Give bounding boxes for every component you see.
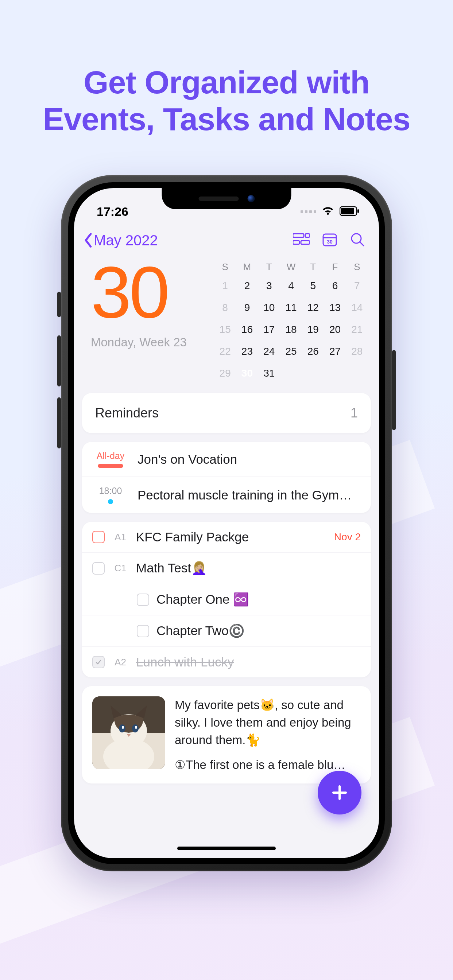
status-time: 17:26	[97, 205, 128, 219]
svg-rect-4	[305, 234, 309, 237]
calendar-day[interactable]: 23	[236, 340, 258, 363]
reminders-count: 1	[351, 406, 358, 421]
task-priority: A1	[112, 531, 129, 543]
calendar-day[interactable]: 31	[258, 363, 280, 384]
task-checkbox[interactable]	[92, 562, 105, 574]
task-checkbox[interactable]	[92, 656, 105, 668]
task-row[interactable]: Chapter Two©️	[82, 615, 371, 646]
calendar-day[interactable]: 10	[258, 297, 280, 319]
tasks-card: A1KFC Family PackgeNov 2C1Math Test🤦🏼‍♀️…	[82, 522, 371, 678]
calendar-view-button[interactable]: 30	[322, 232, 337, 249]
calendar-day[interactable]: 12	[302, 297, 324, 319]
chevron-left-icon	[83, 233, 93, 248]
svg-point-16	[119, 724, 126, 732]
calendar-day[interactable]: 15	[214, 319, 236, 340]
task-checkbox[interactable]	[92, 531, 105, 543]
reminders-card[interactable]: Reminders 1	[82, 393, 371, 433]
task-title: Chapter One ♾️	[156, 592, 361, 607]
list-view-button[interactable]	[293, 232, 309, 248]
calendar-day[interactable]: 2	[236, 275, 258, 297]
note-card[interactable]: My favorite pets🐱, so cute and silky. I …	[82, 686, 371, 783]
event-title: Pectoral muscle training in the Gym…	[137, 488, 361, 503]
home-indicator[interactable]	[177, 846, 276, 850]
search-button[interactable]	[350, 232, 365, 249]
reminders-title: Reminders	[95, 406, 159, 421]
task-checkbox[interactable]	[137, 625, 149, 637]
task-row[interactable]: A1KFC Family PackgeNov 2	[82, 522, 371, 552]
dow-label: S	[214, 259, 236, 275]
calendar-day	[346, 363, 368, 384]
device-frame: 17:26 May 2022	[61, 175, 392, 871]
note-thumbnail	[92, 696, 165, 769]
svg-point-17	[132, 724, 139, 732]
calendar-day	[280, 363, 302, 384]
add-button[interactable]	[318, 771, 362, 815]
event-title: Jon's on Vocation	[137, 452, 361, 467]
calendar-day	[302, 363, 324, 384]
marketing-headline: Get Organized with Events, Tasks and Not…	[0, 0, 453, 137]
task-title: Lunch with Lucky	[136, 655, 361, 670]
calendar-day[interactable]: 27	[324, 340, 346, 363]
svg-rect-6	[301, 240, 309, 244]
calendar-day[interactable]: 28	[346, 340, 368, 363]
calendar-day[interactable]: 3	[258, 275, 280, 297]
plus-icon	[330, 783, 349, 802]
calendar-day[interactable]: 14	[346, 297, 368, 319]
calendar-day[interactable]: 16	[236, 319, 258, 340]
task-row[interactable]: C1Math Test🤦🏼‍♀️	[82, 552, 371, 584]
dow-label: T	[258, 259, 280, 275]
task-priority: C1	[112, 563, 129, 574]
calendar-day[interactable]: 1	[214, 275, 236, 297]
svg-line-11	[360, 242, 364, 246]
back-month-button[interactable]: May 2022	[83, 232, 158, 249]
svg-point-18	[122, 726, 124, 729]
month-calendar[interactable]: SMTWTFS 12345678910111213141516171819202…	[214, 259, 368, 384]
calendar-day[interactable]: 26	[302, 340, 324, 363]
device-notch	[162, 188, 292, 209]
calendar-day[interactable]: 29	[214, 363, 236, 384]
task-title: KFC Family Packge	[136, 530, 327, 544]
calendar-day[interactable]: 24	[258, 340, 280, 363]
calendar-day[interactable]: 4	[280, 275, 302, 297]
svg-text:30: 30	[327, 239, 333, 245]
calendar-day[interactable]: 18	[280, 319, 302, 340]
calendar-day[interactable]: 6	[324, 275, 346, 297]
svg-rect-1	[341, 208, 354, 215]
dow-label: W	[280, 259, 302, 275]
note-body: My favorite pets🐱, so cute and silky. I …	[175, 696, 361, 749]
event-row[interactable]: All-dayJon's on Vocation	[82, 442, 371, 477]
calendar-day[interactable]: 9	[236, 297, 258, 319]
task-checkbox[interactable]	[137, 593, 149, 606]
svg-rect-5	[293, 240, 300, 244]
dow-label: F	[324, 259, 346, 275]
calendar-day[interactable]: 13	[324, 297, 346, 319]
calendar-day[interactable]: 19	[302, 319, 324, 340]
note-more: ①The first one is a female blu…	[175, 756, 361, 774]
calendar-day[interactable]: 8	[214, 297, 236, 319]
calendar-day[interactable]: 21	[346, 319, 368, 340]
back-month-label: May 2022	[94, 232, 158, 249]
event-row[interactable]: 18:00Pectoral muscle training in the Gym…	[82, 477, 371, 513]
dow-label: M	[236, 259, 258, 275]
calendar-day[interactable]: 20	[324, 319, 346, 340]
calendar-day[interactable]: 22	[214, 340, 236, 363]
calendar-day[interactable]: 25	[280, 340, 302, 363]
calendar-day[interactable]: 17	[258, 319, 280, 340]
svg-point-19	[135, 726, 137, 729]
task-row[interactable]: Chapter One ♾️	[82, 584, 371, 615]
task-title: Math Test🤦🏼‍♀️	[136, 561, 361, 576]
selected-date: 30 Monday, Week 23	[91, 259, 207, 384]
task-due: Nov 2	[334, 531, 361, 543]
calendar-day[interactable]: 5	[302, 275, 324, 297]
task-row[interactable]: A2Lunch with Lucky	[82, 646, 371, 678]
svg-rect-3	[293, 234, 304, 237]
battery-icon	[340, 205, 359, 219]
wifi-icon	[321, 205, 335, 219]
events-card: All-dayJon's on Vocation18:00Pectoral mu…	[82, 442, 371, 513]
calendar-day[interactable]: 11	[280, 297, 302, 319]
calendar-day	[324, 363, 346, 384]
dow-label: S	[346, 259, 368, 275]
calendar-day-selected[interactable]: 30	[236, 363, 258, 384]
task-priority: A2	[112, 657, 129, 668]
calendar-day[interactable]: 7	[346, 275, 368, 297]
